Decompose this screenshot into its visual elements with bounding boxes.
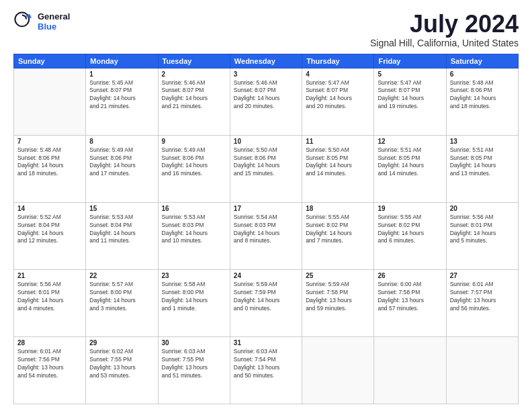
calendar-week-0: 1Sunrise: 5:45 AMSunset: 8:07 PMDaylight… [14,68,519,135]
calendar-header-wednesday: Wednesday [230,54,302,68]
calendar-cell: 17Sunrise: 5:54 AMSunset: 8:03 PMDayligh… [230,202,302,269]
calendar-cell: 8Sunrise: 5:49 AMSunset: 8:06 PMDaylight… [86,135,158,202]
day-number: 19 [378,205,442,212]
day-info: Sunrise: 5:56 AMSunset: 8:01 PMDaylight:… [17,281,82,313]
day-info: Sunrise: 6:02 AMSunset: 7:55 PMDaylight:… [89,348,154,380]
day-number: 22 [89,272,154,279]
calendar: SundayMondayTuesdayWednesdayThursdayFrid… [13,54,519,404]
day-number: 25 [306,272,370,279]
calendar-week-2: 14Sunrise: 5:52 AMSunset: 8:04 PMDayligh… [14,202,519,269]
calendar-cell: 27Sunrise: 6:01 AMSunset: 7:57 PMDayligh… [446,269,518,336]
calendar-cell: 16Sunrise: 5:53 AMSunset: 8:03 PMDayligh… [158,202,230,269]
day-info: Sunrise: 5:50 AMSunset: 8:05 PMDaylight:… [306,146,370,179]
calendar-header-row: SundayMondayTuesdayWednesdayThursdayFrid… [14,54,519,68]
calendar-week-1: 7Sunrise: 5:48 AMSunset: 8:06 PMDaylight… [14,135,519,202]
day-info: Sunrise: 5:55 AMSunset: 8:02 PMDaylight:… [306,214,370,246]
logo: General Blue [13,11,70,32]
calendar-cell: 24Sunrise: 5:59 AMSunset: 7:59 PMDayligh… [230,269,302,336]
calendar-cell: 20Sunrise: 5:56 AMSunset: 8:01 PMDayligh… [446,202,518,269]
calendar-cell: 5Sunrise: 5:47 AMSunset: 8:07 PMDaylight… [374,68,446,135]
day-info: Sunrise: 6:01 AMSunset: 7:56 PMDaylight:… [17,348,82,380]
day-number: 10 [234,138,298,145]
day-number: 29 [89,339,154,347]
day-number: 5 [378,71,442,78]
calendar-cell: 10Sunrise: 5:50 AMSunset: 8:06 PMDayligh… [230,135,302,202]
day-info: Sunrise: 5:50 AMSunset: 8:06 PMDaylight:… [234,146,298,179]
day-number: 11 [306,138,370,145]
day-info: Sunrise: 6:03 AMSunset: 7:55 PMDaylight:… [162,348,226,380]
day-number: 30 [162,339,226,347]
day-info: Sunrise: 5:48 AMSunset: 8:06 PMDaylight:… [17,146,82,179]
day-info: Sunrise: 5:48 AMSunset: 8:06 PMDaylight:… [450,79,515,111]
calendar-cell: 3Sunrise: 5:46 AMSunset: 8:07 PMDaylight… [230,68,302,135]
logo-blue-text: Blue [38,21,70,32]
day-number: 3 [234,71,298,78]
day-info: Sunrise: 5:49 AMSunset: 8:06 PMDaylight:… [162,146,226,179]
day-info: Sunrise: 5:46 AMSunset: 8:07 PMDaylight:… [162,79,226,111]
day-number: 2 [162,71,226,78]
calendar-header-tuesday: Tuesday [158,54,230,68]
calendar-cell: 22Sunrise: 5:57 AMSunset: 8:00 PMDayligh… [86,269,158,336]
calendar-cell: 13Sunrise: 5:51 AMSunset: 8:05 PMDayligh… [446,135,518,202]
day-number: 4 [306,71,370,78]
day-info: Sunrise: 6:03 AMSunset: 7:54 PMDaylight:… [234,348,298,380]
logo-text: General Blue [38,11,70,32]
calendar-cell: 4Sunrise: 5:47 AMSunset: 8:07 PMDaylight… [302,68,374,135]
day-number: 13 [450,138,515,145]
day-number: 17 [234,205,298,212]
day-number: 23 [162,272,226,279]
day-info: Sunrise: 5:54 AMSunset: 8:03 PMDaylight:… [234,214,298,246]
day-info: Sunrise: 5:52 AMSunset: 8:04 PMDaylight:… [17,214,82,246]
calendar-cell: 15Sunrise: 5:53 AMSunset: 8:04 PMDayligh… [86,202,158,269]
calendar-cell: 2Sunrise: 5:46 AMSunset: 8:07 PMDaylight… [158,68,230,135]
day-info: Sunrise: 5:58 AMSunset: 8:00 PMDaylight:… [162,281,226,313]
calendar-cell: 28Sunrise: 6:01 AMSunset: 7:56 PMDayligh… [14,336,86,404]
day-number: 26 [378,272,442,279]
day-info: Sunrise: 6:00 AMSunset: 7:58 PMDaylight:… [378,281,442,313]
day-number: 24 [234,272,298,279]
calendar-week-4: 28Sunrise: 6:01 AMSunset: 7:56 PMDayligh… [14,336,519,404]
day-number: 16 [162,205,226,212]
day-info: Sunrise: 5:47 AMSunset: 8:07 PMDaylight:… [306,79,370,111]
calendar-cell: 7Sunrise: 5:48 AMSunset: 8:06 PMDaylight… [14,135,86,202]
calendar-cell: 30Sunrise: 6:03 AMSunset: 7:55 PMDayligh… [158,336,230,404]
day-number: 20 [450,205,515,212]
day-number: 31 [234,339,298,347]
calendar-week-3: 21Sunrise: 5:56 AMSunset: 8:01 PMDayligh… [14,269,519,336]
day-info: Sunrise: 5:57 AMSunset: 8:00 PMDaylight:… [89,281,154,313]
day-number: 21 [17,272,82,279]
day-info: Sunrise: 5:53 AMSunset: 8:03 PMDaylight:… [162,214,226,246]
day-info: Sunrise: 5:49 AMSunset: 8:06 PMDaylight:… [89,146,154,179]
day-number: 1 [89,71,154,78]
day-number: 12 [378,138,442,145]
calendar-header-friday: Friday [374,54,446,68]
day-number: 27 [450,272,515,279]
calendar-cell: 18Sunrise: 5:55 AMSunset: 8:02 PMDayligh… [302,202,374,269]
day-number: 8 [89,138,154,145]
day-info: Sunrise: 5:53 AMSunset: 8:04 PMDaylight:… [89,214,154,246]
day-number: 28 [17,339,82,347]
main-title: July 2024 [370,11,519,38]
page: General Blue July 2024 Signal Hill, Cali… [0,0,532,411]
day-info: Sunrise: 5:59 AMSunset: 7:58 PMDaylight:… [306,281,370,313]
day-info: Sunrise: 5:47 AMSunset: 8:07 PMDaylight:… [378,79,442,111]
day-number: 18 [306,205,370,212]
calendar-cell: 26Sunrise: 6:00 AMSunset: 7:58 PMDayligh… [374,269,446,336]
calendar-cell [446,336,518,404]
calendar-cell: 6Sunrise: 5:48 AMSunset: 8:06 PMDaylight… [446,68,518,135]
calendar-header-sunday: Sunday [14,54,86,68]
calendar-cell [374,336,446,404]
calendar-header-saturday: Saturday [446,54,518,68]
day-info: Sunrise: 5:46 AMSunset: 8:07 PMDaylight:… [234,79,298,111]
logo-icon [13,11,35,32]
logo-general-text: General [38,11,70,21]
day-number: 6 [450,71,515,78]
day-info: Sunrise: 5:45 AMSunset: 8:07 PMDaylight:… [89,79,154,111]
day-number: 9 [162,138,226,145]
day-info: Sunrise: 5:51 AMSunset: 8:05 PMDaylight:… [450,146,515,179]
calendar-cell [302,336,374,404]
calendar-cell: 11Sunrise: 5:50 AMSunset: 8:05 PMDayligh… [302,135,374,202]
calendar-cell: 21Sunrise: 5:56 AMSunset: 8:01 PMDayligh… [14,269,86,336]
calendar-header-monday: Monday [86,54,158,68]
calendar-cell: 25Sunrise: 5:59 AMSunset: 7:58 PMDayligh… [302,269,374,336]
